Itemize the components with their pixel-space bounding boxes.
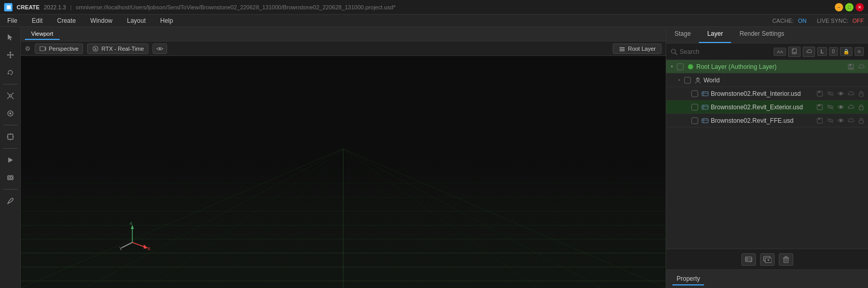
- menu-layout[interactable]: Layout: [124, 16, 149, 25]
- exterior-layer-icon: [701, 103, 709, 111]
- viewport-settings-icon[interactable]: ⚙: [25, 45, 31, 52]
- svg-rect-95: [818, 118, 820, 120]
- menu-create[interactable]: Create: [54, 16, 79, 25]
- eye-btn[interactable]: [153, 44, 167, 54]
- svg-rect-77: [818, 91, 820, 93]
- ffe-cloud-btn[interactable]: [846, 116, 856, 125]
- svg-line-60: [675, 53, 677, 55]
- add-sublayer-btn[interactable]: [760, 253, 775, 266]
- layer-row-ffe[interactable]: Brownstone02.Revit_FFE.usd: [666, 114, 868, 127]
- world-layer-checkbox[interactable]: [684, 77, 691, 84]
- root-layer-btn[interactable]: Root Layer: [613, 44, 662, 54]
- title-separator: |: [70, 4, 72, 10]
- rotate-tool-btn[interactable]: [2, 64, 19, 81]
- exterior-expand[interactable]: [683, 104, 690, 111]
- interior-cloud-btn[interactable]: [846, 89, 856, 98]
- exterior-cloud-btn[interactable]: [846, 103, 856, 112]
- svg-rect-63: [793, 52, 796, 53]
- interior-expand[interactable]: [683, 90, 690, 97]
- viewport-canvas[interactable]: Z X Y: [21, 56, 666, 288]
- world-layer-expand[interactable]: +: [676, 77, 683, 84]
- rtx-label: RTX - Real-Time: [101, 46, 144, 52]
- svg-rect-91: [702, 119, 708, 123]
- delete-layer-btn[interactable]: [779, 253, 793, 266]
- app-icon: ▣: [4, 3, 12, 11]
- layers-icon: [618, 45, 626, 52]
- physics-tool-btn[interactable]: [2, 169, 19, 186]
- layer-row-interior[interactable]: Brownstone02.Revit_Interior.usd: [666, 87, 868, 100]
- interior-checkbox[interactable]: [691, 90, 698, 97]
- exterior-lock-btn[interactable]: [857, 103, 866, 112]
- add-layer-btn[interactable]: [741, 253, 756, 266]
- ffe-expand[interactable]: [683, 117, 690, 124]
- search-lock-btn[interactable]: 🔒: [840, 47, 852, 56]
- root-layer-checkbox[interactable]: [677, 63, 684, 70]
- ffe-save-btn[interactable]: [815, 116, 824, 125]
- search-aa-btn[interactable]: AA: [774, 48, 786, 56]
- app-name: CREATE: [17, 4, 39, 10]
- svg-rect-108: [784, 258, 788, 263]
- perspective-btn[interactable]: Perspective: [35, 44, 83, 54]
- tab-layer[interactable]: Layer: [699, 27, 731, 43]
- root-save-btn[interactable]: [846, 62, 856, 71]
- ffe-checkbox[interactable]: [691, 117, 698, 124]
- cache-status: ON: [798, 18, 807, 24]
- interior-hide-btn[interactable]: [825, 89, 835, 98]
- layer-row-root[interactable]: ▾ Root Layer (Authoring Layer): [666, 60, 868, 74]
- exterior-layer-name: Brownstone02.Revit_Exterior.usd: [711, 104, 815, 111]
- focus-tool-btn[interactable]: [2, 128, 19, 145]
- svg-line-57: [122, 242, 132, 248]
- svg-rect-67: [849, 64, 851, 66]
- right-panel-tabs: Stage Layer Render Settings: [666, 27, 868, 44]
- svg-rect-68: [849, 67, 853, 69]
- ffe-layer-name: Brownstone02.Revit_FFE.usd: [711, 117, 815, 124]
- root-cloud-btn[interactable]: [857, 62, 866, 71]
- menu-edit[interactable]: Edit: [29, 16, 46, 25]
- layer-row-exterior[interactable]: Brownstone02.Revit_Exterior.usd: [666, 100, 868, 114]
- svg-marker-19: [8, 157, 13, 163]
- ffe-visibility-btn[interactable]: [836, 116, 845, 125]
- move-tool-btn[interactable]: [2, 47, 19, 63]
- scale-tool-btn[interactable]: [2, 88, 19, 104]
- snap-tool-btn[interactable]: [2, 105, 19, 122]
- rtx-btn[interactable]: RTX - Real-Time: [87, 44, 148, 54]
- maximize-button[interactable]: □: [845, 3, 853, 11]
- search-L-btn[interactable]: L: [817, 47, 826, 56]
- viewport-tab[interactable]: Viewport: [25, 28, 60, 40]
- interior-save-btn[interactable]: [815, 89, 824, 98]
- ffe-lock-btn[interactable]: [857, 116, 866, 125]
- root-layer-expand[interactable]: ▾: [668, 63, 676, 70]
- search-cloud-btn[interactable]: [803, 47, 815, 57]
- menu-help[interactable]: Help: [157, 16, 176, 25]
- exterior-checkbox[interactable]: [691, 104, 698, 111]
- interior-visibility-btn[interactable]: [836, 89, 845, 98]
- menu-file[interactable]: File: [4, 16, 20, 25]
- exterior-hide-btn[interactable]: [825, 103, 835, 112]
- exterior-visibility-btn[interactable]: [836, 103, 845, 112]
- viewport-toolbar: ⚙ Perspective RTX - Real-Time: [21, 41, 666, 56]
- search-count-btn[interactable]: 0: [829, 47, 838, 56]
- world-layer-icon: [694, 76, 702, 84]
- select-tool-btn[interactable]: [2, 29, 19, 46]
- svg-point-79: [839, 93, 842, 95]
- layer-row-world[interactable]: + World: [666, 74, 868, 87]
- exterior-save-btn[interactable]: [815, 103, 824, 112]
- ffe-hide-btn[interactable]: [825, 116, 835, 125]
- svg-point-22: [9, 177, 11, 179]
- svg-rect-82: [702, 105, 708, 109]
- svg-rect-89: [859, 107, 863, 110]
- interior-lock-btn[interactable]: [857, 89, 866, 98]
- toolbar-separator-2: [3, 125, 18, 125]
- paint-tool-btn[interactable]: [2, 193, 19, 209]
- tab-stage[interactable]: Stage: [666, 27, 699, 43]
- left-toolbar: [0, 27, 21, 288]
- minimize-button[interactable]: –: [835, 3, 843, 11]
- search-more-btn[interactable]: ≡: [855, 47, 864, 56]
- tab-render-settings[interactable]: Render Settings: [731, 27, 792, 43]
- property-tab[interactable]: Property: [672, 273, 704, 285]
- play-tool-btn[interactable]: [2, 152, 19, 168]
- search-save-btn[interactable]: [788, 47, 801, 57]
- search-input[interactable]: [680, 48, 771, 55]
- close-button[interactable]: ✕: [856, 3, 864, 11]
- menu-window[interactable]: Window: [87, 16, 116, 25]
